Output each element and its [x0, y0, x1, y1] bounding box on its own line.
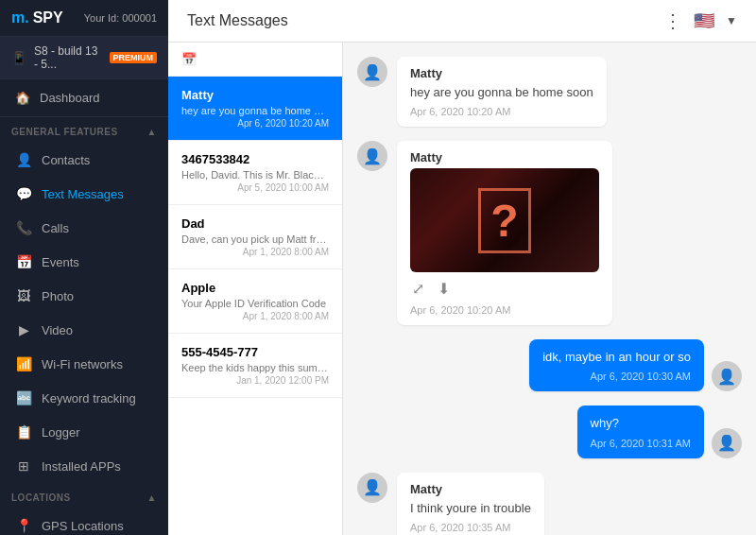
sidebar-item-keyword-tracking[interactable]: 🔤 Keyword tracking — [0, 381, 168, 415]
video-label: Video — [42, 323, 73, 337]
msg-text-4: why? — [591, 415, 691, 432]
messages-area: 📅 Matty hey are you gonna be home soon A… — [168, 43, 756, 535]
conv-time-apple: Apr 1, 2020 8:00 AM — [181, 311, 329, 321]
section-general-label: GENERAL FEATURES — [11, 127, 118, 137]
logger-icon: 📋 — [15, 424, 32, 440]
section-locations-chevron[interactable]: ▲ — [147, 492, 157, 503]
top-bar-actions: ⋮ 🇺🇸 ▼ — [663, 9, 737, 32]
dashboard-icon: 🏠 — [15, 91, 30, 105]
sidebar-item-logger[interactable]: 📋 Logger — [0, 415, 168, 449]
avatar-matty-2: 👤 — [357, 141, 387, 171]
bubble-received-3: Matty I think youre in trouble Apr 6, 20… — [397, 473, 544, 535]
section-general-features: GENERAL FEATURES ▲ — [0, 117, 168, 143]
conv-time-matty: Apr 6, 2020 10:20 AM — [181, 118, 329, 129]
top-bar: Text Messages ⋮ 🇺🇸 ▼ — [168, 0, 756, 43]
bubble-sent-1: idk, maybe in an hour or so Apr 6, 2020 … — [529, 339, 704, 391]
premium-badge: PREMIUM — [110, 52, 158, 63]
contacts-label: Contacts — [42, 153, 90, 167]
language-flag[interactable]: 🇺🇸 — [694, 10, 714, 31]
conv-preview-555: Keep the kids happy this summer with ... — [181, 362, 329, 373]
text-messages-icon: 💬 — [15, 186, 32, 201]
conv-preview-dad: Dave, can you pick up Matt from schoo... — [181, 233, 329, 245]
conv-time-dad: Apr 1, 2020 8:00 AM — [181, 247, 329, 257]
msg-time-5: Apr 6, 2020 10:35 AM — [410, 522, 531, 533]
conv-preview-matty: hey are you gonna be home soon — [181, 105, 329, 116]
msg-text-3: idk, maybe in an hour or so — [542, 349, 691, 366]
logger-label: Logger — [42, 425, 79, 440]
msg-time-4: Apr 6, 2020 10:31 AM — [591, 438, 691, 449]
language-chevron[interactable]: ▼ — [726, 14, 737, 27]
main-content: Text Messages ⋮ 🇺🇸 ▼ 📅 Matty hey are you… — [168, 0, 756, 535]
image-actions: ⤢ ⬇ — [410, 278, 599, 300]
message-2: 👤 Matty ? ⤢ ⬇ Apr 6, 2020 10:20 AM — [357, 141, 684, 325]
more-options-button[interactable]: ⋮ — [663, 9, 682, 32]
conv-name-apple: Apple — [181, 281, 329, 295]
conv-item-matty[interactable]: Matty hey are you gonna be home soon Apr… — [168, 77, 342, 141]
msg-time-3: Apr 6, 2020 10:30 AM — [542, 371, 691, 382]
gps-label: GPS Locations — [42, 519, 124, 533]
chat-area: 👤 Matty hey are you gonna be home soon A… — [343, 43, 756, 535]
conv-item-555[interactable]: 555-4545-777 Keep the kids happy this su… — [168, 334, 342, 398]
wifi-icon: 📶 — [15, 356, 32, 371]
conv-item-3467533842[interactable]: 3467533842 Hello, David. This is Mr. Bla… — [168, 141, 342, 205]
sidebar-item-calls[interactable]: 📞 Calls — [0, 211, 168, 245]
video-icon: ▶ — [15, 322, 32, 337]
avatar-matty-1: 👤 — [357, 57, 387, 87]
msg-time-1: Apr 6, 2020 10:20 AM — [410, 106, 593, 117]
conv-item-dad[interactable]: Dad Dave, can you pick up Matt from scho… — [168, 205, 342, 269]
message-image: ? — [410, 168, 599, 272]
section-locations: LOCATIONS ▲ — [0, 483, 168, 509]
bubble-received-2: Matty ? ⤢ ⬇ Apr 6, 2020 10:20 AM — [397, 141, 612, 325]
sidebar-item-video[interactable]: ▶ Video — [0, 313, 168, 347]
section-locations-label: LOCATIONS — [11, 492, 71, 503]
sidebar-item-text-messages[interactable]: 💬 Text Messages — [0, 177, 168, 211]
bubble-sent-2: why? Apr 6, 2020 10:31 AM — [577, 406, 704, 457]
msg-text-5: I think youre in trouble — [410, 500, 531, 517]
calendar-icon: 📅 — [181, 52, 197, 66]
message-4: why? Apr 6, 2020 10:31 AM 👤 — [357, 406, 742, 457]
msg-time-2: Apr 6, 2020 10:20 AM — [410, 304, 599, 316]
events-icon: 📅 — [15, 254, 32, 269]
keyword-label: Keyword tracking — [42, 391, 136, 406]
message-1: 👤 Matty hey are you gonna be home soon A… — [357, 57, 684, 127]
sidebar-header: m. SPY Your Id: 000001 — [0, 0, 168, 37]
sidebar-item-gps[interactable]: 📍 GPS Locations — [0, 509, 168, 535]
expand-image-button[interactable]: ⤢ — [410, 278, 426, 300]
calls-label: Calls — [42, 221, 69, 235]
download-image-button[interactable]: ⬇ — [436, 278, 452, 300]
events-label: Events — [42, 255, 79, 269]
conv-preview-apple: Your Apple ID Verification Code — [181, 298, 329, 309]
message-5: 👤 Matty I think youre in trouble Apr 6, … — [357, 473, 684, 535]
logo-m: m. — [11, 9, 29, 26]
logo-spy: SPY — [33, 9, 63, 26]
photo-icon: 🖼 — [15, 288, 32, 303]
page-title: Text Messages — [187, 12, 288, 29]
installed-apps-icon: ⊞ — [15, 458, 32, 474]
sidebar-item-wifi[interactable]: 📶 Wi-Fi networks — [0, 347, 168, 381]
device-icon: 📱 — [11, 51, 26, 65]
sender-name-1: Matty — [410, 66, 593, 80]
bubble-received-1: Matty hey are you gonna be home soon Apr… — [397, 57, 607, 127]
conv-item-apple[interactable]: Apple Your Apple ID Verification Code Ap… — [168, 269, 342, 334]
section-general-chevron[interactable]: ▲ — [147, 127, 157, 137]
sidebar-item-events[interactable]: 📅 Events — [0, 245, 168, 279]
dashboard-label: Dashboard — [40, 91, 100, 105]
sender-name-3: Matty — [410, 482, 531, 496]
msg-text-1: hey are you gonna be home soon — [410, 84, 593, 101]
image-question-mark: ? — [478, 188, 530, 253]
sidebar-item-dashboard[interactable]: 🏠 Dashboard — [0, 79, 168, 117]
sidebar-item-photo[interactable]: 🖼 Photo — [0, 279, 168, 313]
message-3: idk, maybe in an hour or so Apr 6, 2020 … — [357, 339, 742, 391]
sidebar-item-contacts[interactable]: 👤 Contacts — [0, 143, 168, 177]
conv-name-3467533842: 3467533842 — [181, 152, 329, 166]
logo: m. SPY — [11, 9, 63, 26]
calendar-bar[interactable]: 📅 — [168, 43, 342, 77]
device-name: S8 - build 13 - 5... — [34, 44, 102, 71]
sidebar-item-installed-apps[interactable]: ⊞ Installed APPs — [0, 449, 168, 483]
avatar-sent-1: 👤 — [712, 361, 742, 391]
device-info[interactable]: 📱 S8 - build 13 - 5... PREMIUM — [0, 37, 168, 79]
avatar-sent-2: 👤 — [712, 428, 742, 458]
sidebar: m. SPY Your Id: 000001 📱 S8 - build 13 -… — [0, 0, 168, 535]
conv-preview-3467533842: Hello, David. This is Mr. Black. I've no… — [181, 169, 329, 181]
conv-name-dad: Dad — [181, 216, 329, 231]
